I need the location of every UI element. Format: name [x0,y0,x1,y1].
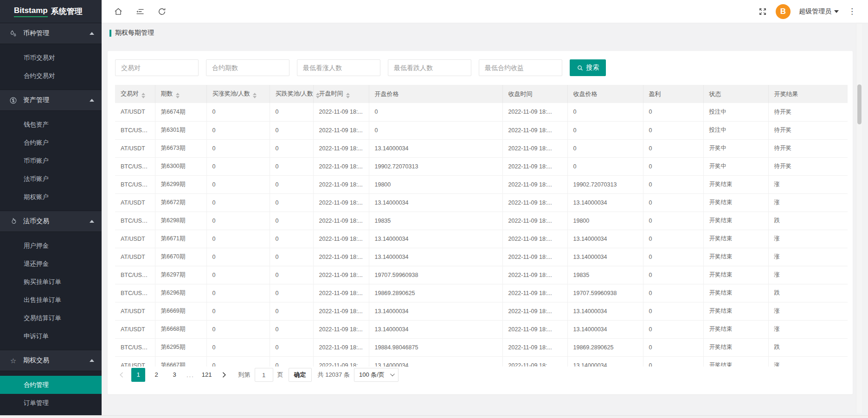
table-cell: 0 [643,139,703,157]
sidebar-item[interactable]: 交易结算订单 [0,309,102,327]
sidebar-submenu: 用户押金退还押金购买挂单订单出售挂单订单交易结算订单申诉订单 [0,232,102,350]
sidebar-group-4[interactable]: ☆期权交易 [0,350,102,371]
table-cell: 2022-11-09 18:... [313,103,369,121]
column-header[interactable]: 买涨奖池/人数 [206,85,270,103]
sidebar-item[interactable]: 法币账户 [0,170,102,188]
more-menu-icon[interactable]: ⋮ [847,7,857,15]
table-cell: BTC/USDT [115,284,155,302]
sidebar-group-2[interactable]: 资产管理 [0,90,102,111]
table-cell: 0 [206,284,270,302]
sidebar-group-1[interactable]: 币种管理 [0,23,102,44]
prev-page-button[interactable] [115,368,127,382]
table-cell: 13.14000034 [369,302,502,320]
table-cell: 开奖结束 [703,248,768,266]
table-cell: 13.14000034 [567,193,643,212]
avatar[interactable]: B [776,4,791,19]
table-cell: 2022-11-09 18:... [313,212,369,230]
search-button[interactable]: 搜索 [570,59,606,76]
table-cell: 2022-11-09 18:... [502,356,567,367]
sidebar-item[interactable]: 合约管理 [0,376,102,394]
confirm-button[interactable]: 确定 [289,368,312,382]
sort-icon[interactable] [346,93,350,98]
title-accent-bar [109,30,111,37]
min-up-count-input[interactable] [297,59,380,76]
sidebar-item[interactable]: 出售挂单订单 [0,291,102,309]
page-button[interactable]: 3 [167,368,181,382]
table-cell: 涨 [768,175,848,193]
column-header-label: 开盘时间 [319,90,343,97]
sidebar-item[interactable]: 订单管理 [0,394,102,412]
home-icon[interactable] [114,7,123,16]
table-cell: 19869.2890625 [369,284,502,302]
sidebar-group-label: 币种管理 [23,29,49,38]
next-page-button[interactable] [219,368,231,382]
page-ellipsis: ... [186,372,195,379]
sidebar-item[interactable]: 合约交易对 [0,67,102,85]
column-header: 收盘价格 [567,85,643,103]
sort-icon[interactable] [253,93,257,98]
goto-label: 到第 [238,371,251,379]
sidebar-item[interactable]: 合约账户 [0,134,102,152]
table-cell: 投注中 [703,121,768,139]
table-cell: 0 [643,157,703,175]
table-cell: 第6670期 [155,248,206,266]
sidebar-group-3[interactable]: 法币交易 [0,211,102,232]
sidebar-item[interactable]: 用户押金 [0,237,102,255]
table-cell: 0 [270,320,313,338]
column-header[interactable]: 开盘时间 [313,85,369,103]
table-cell: 待开奖 [768,103,848,121]
column-header: 收盘时间 [502,85,567,103]
table-cell: 涨 [768,230,848,248]
refresh-icon[interactable] [157,7,167,16]
h-scrollbar[interactable] [0,415,868,418]
user-menu[interactable]: 超级管理员 [799,7,839,16]
column-header[interactable]: 期数 [155,85,206,103]
sidebar-item[interactable]: 申诉订单 [0,327,102,345]
contract-period-input[interactable] [206,59,289,76]
column-header: 盈利 [643,85,703,103]
search-icon [577,64,584,71]
v-scrollbar[interactable] [856,24,862,413]
table-cell: 开奖结束 [703,175,768,193]
column-header[interactable]: 交易对 [115,85,155,103]
table-cell: 0 [643,193,703,212]
table-cell: 0 [270,284,313,302]
page-button[interactable]: 121 [199,368,214,382]
collapse-sidebar-icon[interactable] [135,7,145,16]
v-scrollbar-thumb[interactable] [857,84,862,124]
page-button[interactable]: 2 [149,368,163,382]
table-cell: 待开奖 [768,139,848,157]
goto-page-input[interactable] [255,368,273,382]
table-cell: 0 [270,103,313,121]
fullscreen-icon[interactable] [758,7,767,16]
sidebar-item[interactable]: 退还押金 [0,255,102,273]
pair-input[interactable] [115,59,199,76]
page-title-text: 期权每期管理 [115,29,154,37]
table-cell: AT/USDT [115,356,155,367]
bitcoin-icon: B [780,7,786,16]
table-cell: 0 [206,157,270,175]
table-row: AT/USDT第6667期002022-11-09 18:...13.14000… [115,356,848,367]
table-cell: 第6667期 [155,356,206,367]
page-button[interactable]: 1 [131,368,145,382]
sidebar-item[interactable]: 期权账户 [0,188,102,206]
sort-icon[interactable] [141,93,145,98]
min-down-count-input[interactable] [388,59,471,76]
page-size-select[interactable]: 100 条/页 [354,368,399,382]
sidebar-item[interactable]: 币币账户 [0,152,102,170]
topbar: B 超级管理员 ⋮ [102,0,868,23]
sidebar-item[interactable]: 币币交易对 [0,49,102,67]
sidebar-item[interactable]: 购买挂单订单 [0,273,102,291]
table-cell: 19707.59960938 [369,266,502,284]
table-cell: 0 [206,356,270,367]
table-cell: 0 [643,320,703,338]
sort-icon[interactable] [176,93,180,98]
column-header-label: 期数 [161,90,173,97]
column-header[interactable]: 买跌奖池/人数 [270,85,313,103]
table-cell: 第6297期 [155,266,206,284]
table-cell: BTC/USDT [115,338,155,356]
collapse-arrow-icon [90,99,94,102]
sidebar-item[interactable]: 钱包资产 [0,116,102,134]
min-profit-input[interactable] [479,59,562,76]
table-cell: 13.14000034 [369,320,502,338]
